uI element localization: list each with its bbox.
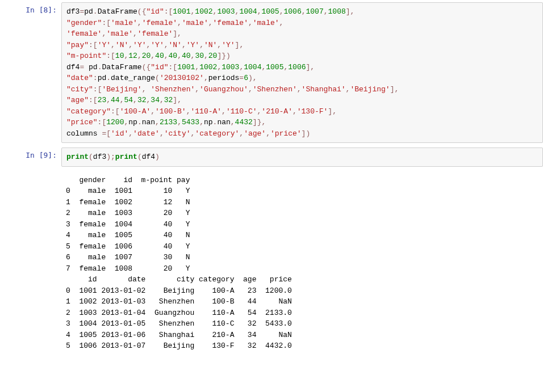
tok-op: , bbox=[195, 63, 199, 71]
tok-op: ( bbox=[155, 74, 160, 82]
tok-op: . bbox=[137, 118, 142, 127]
tok-op: [ bbox=[106, 19, 111, 27]
tok-str: '20130102' bbox=[160, 74, 204, 82]
tok-op: , bbox=[350, 7, 355, 16]
tok-op: , bbox=[164, 52, 169, 60]
tok-name: columns bbox=[66, 129, 98, 138]
tok-num: 6 bbox=[244, 74, 248, 82]
tok-str: '130-F' bbox=[297, 107, 328, 116]
tok-op: ) bbox=[226, 52, 231, 60]
tok-op: ] bbox=[173, 29, 177, 38]
tok-num: 32 bbox=[164, 96, 173, 104]
tok-str: 'female' bbox=[66, 29, 102, 38]
tok-op: , bbox=[199, 118, 204, 127]
tok-op: , bbox=[310, 63, 315, 71]
output-cell-9: gender id m-point pay 0 male 1001 10 Y 1… bbox=[0, 169, 543, 357]
tok-op: : bbox=[89, 41, 93, 49]
tok-builtin: print bbox=[66, 153, 89, 161]
tok-num: 1001 bbox=[173, 7, 190, 16]
tok-builtin: print bbox=[115, 153, 137, 161]
tok-str: 'price' bbox=[270, 129, 302, 138]
tok-str: 'Y' bbox=[151, 41, 164, 49]
tok-str: '110-C' bbox=[226, 107, 257, 116]
tok-op: ] bbox=[253, 118, 257, 127]
tok-op: : bbox=[164, 7, 169, 16]
tok-op: , bbox=[208, 19, 213, 27]
tok-op: , bbox=[155, 118, 160, 127]
tok-op: , bbox=[297, 85, 302, 94]
code-cell-9: In [9]: print(df3);print(df4) bbox=[0, 145, 543, 169]
tok-num: 23 bbox=[98, 96, 107, 104]
tok-num: 1002 bbox=[195, 7, 212, 16]
tok-str: 'female' bbox=[213, 19, 248, 27]
tok-str: 'male' bbox=[106, 29, 133, 38]
tok-str: 'N' bbox=[169, 41, 182, 49]
tok-op: , bbox=[199, 41, 204, 49]
output-prompt-9 bbox=[6, 171, 61, 355]
tok-op: , bbox=[160, 129, 164, 138]
tok-op: . bbox=[106, 74, 111, 82]
tok-op: , bbox=[204, 52, 208, 60]
tok-str: "city" bbox=[66, 85, 93, 94]
tok-name: DataFrame bbox=[102, 63, 141, 71]
tok-str: 'Shanghai' bbox=[302, 85, 346, 94]
tok-op: : bbox=[111, 107, 115, 116]
tok-op: , bbox=[204, 74, 208, 82]
tok-op: ) bbox=[306, 129, 310, 138]
tok-name: pd bbox=[98, 74, 107, 82]
tok-op: , bbox=[142, 85, 147, 94]
tok-op: : bbox=[93, 85, 98, 94]
tok-op: , bbox=[160, 96, 164, 104]
tok-num: 20 bbox=[208, 52, 218, 60]
tok-str: '110-A' bbox=[190, 107, 222, 116]
tok-op: , bbox=[128, 129, 133, 138]
tok-num: 1007 bbox=[306, 7, 324, 16]
tok-op: , bbox=[293, 107, 297, 116]
tok-op: , bbox=[177, 118, 182, 127]
tok-str: 'Beijing' bbox=[102, 85, 141, 94]
tok-op: , bbox=[217, 41, 222, 49]
tok-num: 1005 bbox=[266, 63, 283, 71]
tok-op: [ bbox=[106, 129, 111, 138]
tok-str: '100-B' bbox=[155, 107, 186, 116]
tok-str: 'Y' bbox=[222, 41, 235, 49]
tok-op: : bbox=[106, 52, 111, 60]
tok-op: , bbox=[222, 107, 226, 116]
tok-str: "category" bbox=[66, 107, 111, 116]
tok-op: , bbox=[182, 41, 186, 49]
tok-op: ] bbox=[173, 96, 177, 104]
tok-op: = bbox=[239, 74, 244, 82]
tok-op: , bbox=[151, 52, 155, 60]
prompt-label: In [8]: bbox=[26, 6, 57, 14]
tok-name: np bbox=[128, 118, 137, 127]
tok-op: , bbox=[248, 19, 253, 27]
tok-num: 12 bbox=[128, 52, 137, 60]
tok-op: ] bbox=[328, 107, 332, 116]
tok-name: pd bbox=[89, 63, 98, 71]
tok-num: 40 bbox=[169, 52, 178, 60]
tok-str: 'Beijing' bbox=[350, 85, 390, 94]
tok-op: ) bbox=[155, 153, 160, 161]
tok-num: 1003 bbox=[222, 63, 239, 71]
tok-str: 'city' bbox=[164, 129, 191, 138]
code-input-9[interactable]: print(df3);print(df4) bbox=[61, 147, 543, 167]
tok-str: '210-A' bbox=[261, 107, 293, 116]
tok-op: , bbox=[266, 129, 270, 138]
tok-name: pd bbox=[84, 7, 93, 16]
tok-str: "age" bbox=[66, 96, 89, 104]
tok-num: 1003 bbox=[217, 7, 235, 16]
tok-name: df3 bbox=[93, 153, 106, 161]
tok-name: nan bbox=[142, 118, 155, 127]
tok-op: , bbox=[111, 41, 115, 49]
tok-op: , bbox=[137, 52, 142, 60]
code-input-8[interactable]: df3=pd.DataFrame({"id":[1001,1002,1003,1… bbox=[61, 2, 543, 143]
tok-op: , bbox=[302, 7, 306, 16]
tok-num: 40 bbox=[182, 52, 191, 60]
tok-op: ( bbox=[89, 153, 93, 161]
tok-op: ; bbox=[111, 153, 115, 161]
tok-str: "date" bbox=[66, 74, 93, 82]
tok-num: 30 bbox=[195, 52, 204, 60]
tok-op: , bbox=[133, 96, 137, 104]
code-cell-8: In [8]: df3=pd.DataFrame({"id":[1001,100… bbox=[0, 0, 543, 145]
tok-op: ( bbox=[137, 7, 142, 16]
